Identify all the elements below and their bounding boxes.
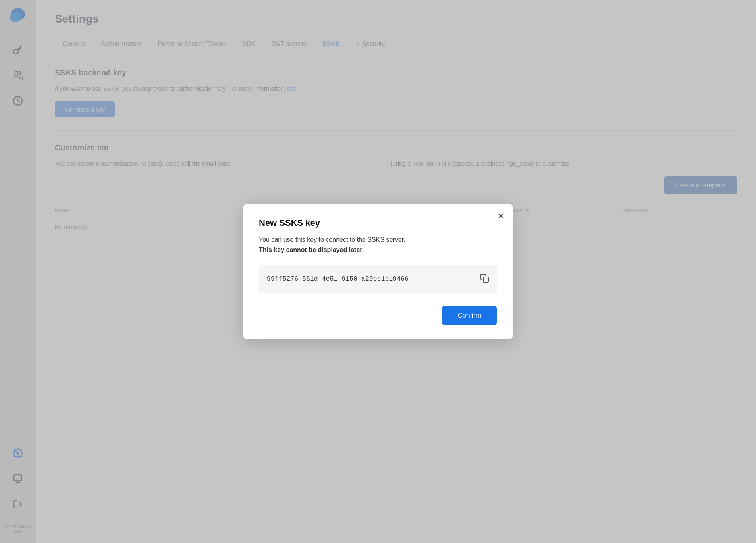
confirm-button[interactable]: Confirm: [442, 306, 497, 325]
modal-title: New SSKS key: [259, 218, 497, 228]
key-value-box: 99ff5276-581d-4e51-9150-a29ee1b19466: [259, 265, 497, 293]
main-content: Settings General Administrators Personal…: [36, 0, 756, 543]
key-value-text: 99ff5276-581d-4e51-9150-a29ee1b19466: [267, 275, 409, 283]
copy-key-button[interactable]: [480, 273, 489, 285]
modal-new-ssks-key: × New SSKS key You can use this key to c…: [243, 204, 513, 339]
modal-close-button[interactable]: ×: [498, 212, 503, 220]
svg-rect-8: [483, 277, 488, 282]
modal-footer: Confirm: [259, 306, 497, 325]
modal-description: You can use this key to connect to the S…: [259, 235, 497, 255]
modal-overlay: × New SSKS key You can use this key to c…: [0, 0, 756, 543]
modal-desc-bold: This key cannot be displayed later.: [259, 246, 364, 253]
modal-desc-text: You can use this key to connect to the S…: [259, 236, 405, 243]
